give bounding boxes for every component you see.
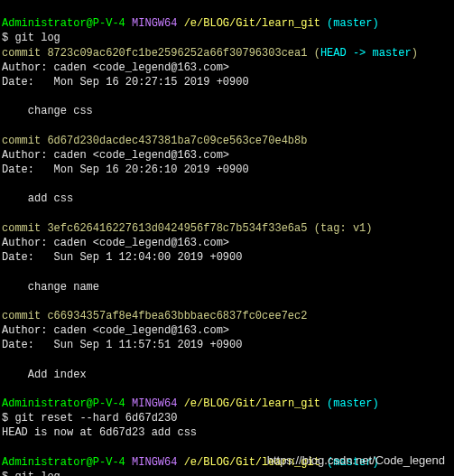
reset-output: HEAD is now at 6d67d23 add css [2, 426, 197, 439]
prompt-user: Administrator@P-V-4 [2, 17, 125, 30]
command-text: git reset --hard 6d67d230 [14, 412, 177, 425]
prompt-shell: MINGW64 [132, 456, 177, 469]
prompt-symbol: $ [2, 471, 8, 476]
ref-close: ) [412, 47, 418, 60]
commit-date: Date: Mon Sep 16 20:26:10 2019 +0900 [2, 163, 249, 176]
prompt-shell: MINGW64 [132, 17, 177, 30]
prompt-path: /e/BLOG/Git/learn_git [184, 397, 320, 410]
commit-author: Author: caden <code_legend@163.com> [2, 237, 229, 249]
ref-tag: tag: v1 [320, 222, 366, 235]
prompt-path: /e/BLOG/Git/learn_git [184, 17, 320, 30]
command-text: git log [14, 471, 60, 476]
commit-author: Author: caden <code_legend@163.com> [2, 324, 229, 337]
commit-author: Author: caden <code_legend@163.com> [2, 61, 229, 74]
watermark-text: https://blog.csdn.net/Code_legend [267, 453, 445, 469]
commit-msg: add css [2, 192, 73, 205]
commit-date: Date: Mon Sep 16 20:27:15 2019 +0900 [2, 76, 249, 89]
commit-msg: change css [2, 105, 93, 117]
prompt-user: Administrator@P-V-4 [2, 397, 125, 410]
commit-line: commit 8723c09ac620fc1be2596252a66f30796… [2, 47, 307, 60]
commit-line: commit 3efc626416227613d0424956f78c7b534… [2, 222, 307, 235]
command-text: git log [14, 32, 60, 44]
commit-date: Date: Sun Sep 1 11:57:51 2019 +0900 [2, 339, 242, 351]
ref-open: ( [314, 222, 320, 235]
ref-open: ( [314, 47, 320, 60]
prompt-branch: (master) [327, 17, 379, 30]
commit-msg: change name [2, 281, 99, 294]
ref-head: HEAD -> master [320, 47, 412, 60]
commit-date: Date: Sun Sep 1 12:04:00 2019 +0900 [2, 251, 242, 264]
prompt-user: Administrator@P-V-4 [2, 456, 125, 469]
ref-close: ) [366, 222, 372, 235]
commit-author: Author: caden <code_legend@163.com> [2, 149, 229, 162]
commit-line: commit c66934357af8e4fbea63bbbaec6837fc0… [2, 310, 307, 322]
prompt-symbol: $ [2, 32, 8, 44]
prompt-branch: (master) [327, 397, 379, 410]
prompt-shell: MINGW64 [132, 397, 177, 410]
terminal-output: Administrator@P-V-4 MINGW64 /e/BLOG/Git/… [2, 2, 452, 476]
commit-line: commit 6d67d230dacdec437381ba7c09ce563ce… [2, 135, 307, 147]
commit-msg: Add index [2, 369, 87, 381]
prompt-symbol: $ [2, 412, 8, 425]
